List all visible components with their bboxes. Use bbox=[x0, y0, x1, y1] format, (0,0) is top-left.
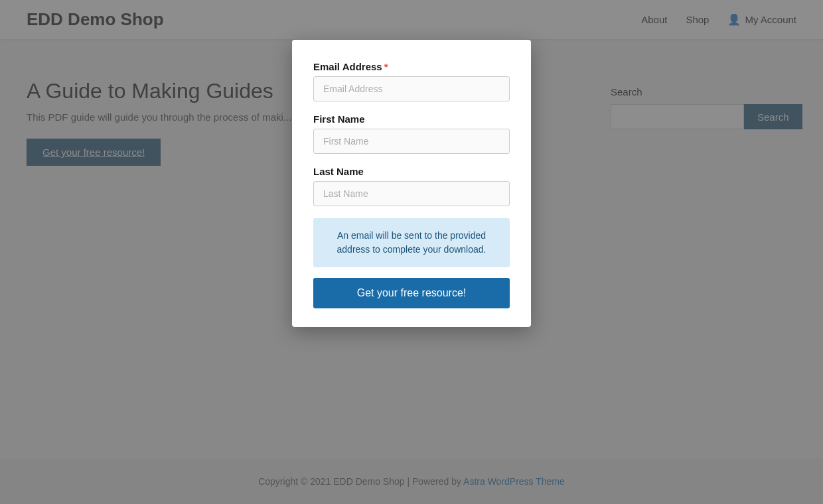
firstname-form-group: First Name bbox=[313, 113, 510, 154]
modal-overlay: Email Address* First Name Last Name An e… bbox=[0, 0, 823, 504]
email-label: Email Address* bbox=[313, 61, 510, 72]
lastname-label: Last Name bbox=[313, 166, 510, 177]
info-box-text: An email will be sent to the provided ad… bbox=[327, 229, 496, 257]
lastname-form-group: Last Name bbox=[313, 166, 510, 206]
submit-button[interactable]: Get your free resource! bbox=[313, 278, 510, 308]
firstname-input[interactable] bbox=[313, 129, 510, 154]
lastname-input[interactable] bbox=[313, 181, 510, 206]
modal: Email Address* First Name Last Name An e… bbox=[292, 40, 531, 327]
email-input[interactable] bbox=[313, 76, 510, 101]
required-star: * bbox=[384, 61, 388, 72]
email-form-group: Email Address* bbox=[313, 61, 510, 101]
firstname-label: First Name bbox=[313, 113, 510, 125]
info-box: An email will be sent to the provided ad… bbox=[313, 218, 510, 267]
